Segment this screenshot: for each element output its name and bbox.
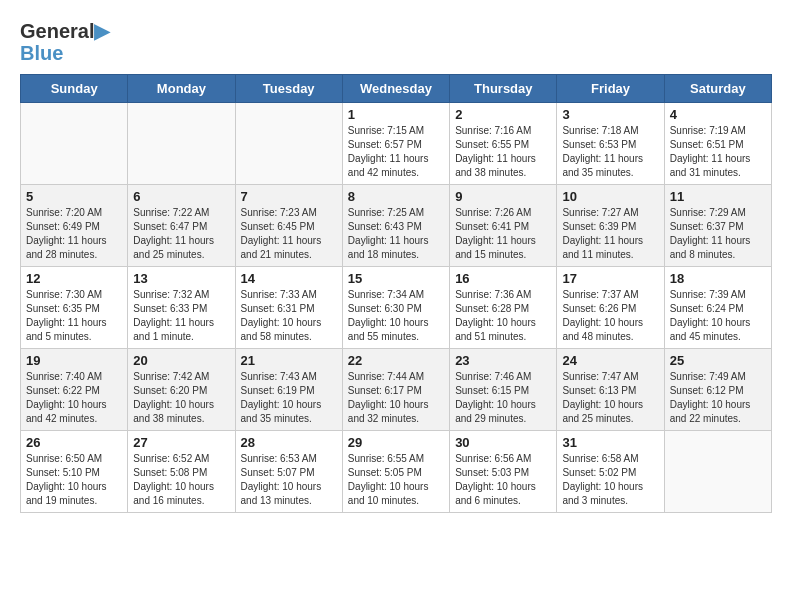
- day-number: 22: [348, 353, 444, 368]
- calendar-cell: [235, 103, 342, 185]
- day-number: 7: [241, 189, 337, 204]
- calendar-cell: 18Sunrise: 7:39 AM Sunset: 6:24 PM Dayli…: [664, 267, 771, 349]
- day-number: 25: [670, 353, 766, 368]
- calendar-cell: 21Sunrise: 7:43 AM Sunset: 6:19 PM Dayli…: [235, 349, 342, 431]
- day-info: Sunrise: 6:50 AM Sunset: 5:10 PM Dayligh…: [26, 452, 122, 508]
- day-info: Sunrise: 7:18 AM Sunset: 6:53 PM Dayligh…: [562, 124, 658, 180]
- calendar-cell: 25Sunrise: 7:49 AM Sunset: 6:12 PM Dayli…: [664, 349, 771, 431]
- day-info: Sunrise: 7:30 AM Sunset: 6:35 PM Dayligh…: [26, 288, 122, 344]
- calendar-week-row: 12Sunrise: 7:30 AM Sunset: 6:35 PM Dayli…: [21, 267, 772, 349]
- day-number: 3: [562, 107, 658, 122]
- day-number: 29: [348, 435, 444, 450]
- day-info: Sunrise: 7:43 AM Sunset: 6:19 PM Dayligh…: [241, 370, 337, 426]
- day-info: Sunrise: 7:16 AM Sunset: 6:55 PM Dayligh…: [455, 124, 551, 180]
- calendar-cell: 19Sunrise: 7:40 AM Sunset: 6:22 PM Dayli…: [21, 349, 128, 431]
- day-number: 20: [133, 353, 229, 368]
- logo-general-text: General▶: [20, 20, 109, 42]
- calendar-cell: 11Sunrise: 7:29 AM Sunset: 6:37 PM Dayli…: [664, 185, 771, 267]
- day-info: Sunrise: 7:20 AM Sunset: 6:49 PM Dayligh…: [26, 206, 122, 262]
- day-info: Sunrise: 7:40 AM Sunset: 6:22 PM Dayligh…: [26, 370, 122, 426]
- calendar-cell: 6Sunrise: 7:22 AM Sunset: 6:47 PM Daylig…: [128, 185, 235, 267]
- day-info: Sunrise: 7:26 AM Sunset: 6:41 PM Dayligh…: [455, 206, 551, 262]
- day-info: Sunrise: 7:46 AM Sunset: 6:15 PM Dayligh…: [455, 370, 551, 426]
- calendar-cell: 7Sunrise: 7:23 AM Sunset: 6:45 PM Daylig…: [235, 185, 342, 267]
- day-number: 9: [455, 189, 551, 204]
- day-info: Sunrise: 7:15 AM Sunset: 6:57 PM Dayligh…: [348, 124, 444, 180]
- calendar-cell: 3Sunrise: 7:18 AM Sunset: 6:53 PM Daylig…: [557, 103, 664, 185]
- calendar-cell: [21, 103, 128, 185]
- calendar-cell: 20Sunrise: 7:42 AM Sunset: 6:20 PM Dayli…: [128, 349, 235, 431]
- day-info: Sunrise: 7:36 AM Sunset: 6:28 PM Dayligh…: [455, 288, 551, 344]
- col-header-thursday: Thursday: [450, 75, 557, 103]
- day-info: Sunrise: 7:44 AM Sunset: 6:17 PM Dayligh…: [348, 370, 444, 426]
- calendar-cell: 10Sunrise: 7:27 AM Sunset: 6:39 PM Dayli…: [557, 185, 664, 267]
- calendar-cell: 14Sunrise: 7:33 AM Sunset: 6:31 PM Dayli…: [235, 267, 342, 349]
- col-header-sunday: Sunday: [21, 75, 128, 103]
- day-number: 6: [133, 189, 229, 204]
- calendar-header-row: SundayMondayTuesdayWednesdayThursdayFrid…: [21, 75, 772, 103]
- col-header-friday: Friday: [557, 75, 664, 103]
- day-info: Sunrise: 7:23 AM Sunset: 6:45 PM Dayligh…: [241, 206, 337, 262]
- logo-blue-text: Blue: [20, 42, 109, 64]
- day-number: 21: [241, 353, 337, 368]
- day-info: Sunrise: 6:52 AM Sunset: 5:08 PM Dayligh…: [133, 452, 229, 508]
- day-number: 13: [133, 271, 229, 286]
- day-info: Sunrise: 7:19 AM Sunset: 6:51 PM Dayligh…: [670, 124, 766, 180]
- calendar-cell: 1Sunrise: 7:15 AM Sunset: 6:57 PM Daylig…: [342, 103, 449, 185]
- col-header-wednesday: Wednesday: [342, 75, 449, 103]
- day-info: Sunrise: 7:33 AM Sunset: 6:31 PM Dayligh…: [241, 288, 337, 344]
- day-info: Sunrise: 7:34 AM Sunset: 6:30 PM Dayligh…: [348, 288, 444, 344]
- day-number: 11: [670, 189, 766, 204]
- day-number: 16: [455, 271, 551, 286]
- day-number: 4: [670, 107, 766, 122]
- calendar-table: SundayMondayTuesdayWednesdayThursdayFrid…: [20, 74, 772, 513]
- day-info: Sunrise: 7:37 AM Sunset: 6:26 PM Dayligh…: [562, 288, 658, 344]
- day-number: 5: [26, 189, 122, 204]
- calendar-cell: 29Sunrise: 6:55 AM Sunset: 5:05 PM Dayli…: [342, 431, 449, 513]
- calendar-cell: 9Sunrise: 7:26 AM Sunset: 6:41 PM Daylig…: [450, 185, 557, 267]
- calendar-cell: 4Sunrise: 7:19 AM Sunset: 6:51 PM Daylig…: [664, 103, 771, 185]
- day-number: 2: [455, 107, 551, 122]
- calendar-week-row: 19Sunrise: 7:40 AM Sunset: 6:22 PM Dayli…: [21, 349, 772, 431]
- calendar-cell: 13Sunrise: 7:32 AM Sunset: 6:33 PM Dayli…: [128, 267, 235, 349]
- day-info: Sunrise: 7:42 AM Sunset: 6:20 PM Dayligh…: [133, 370, 229, 426]
- day-info: Sunrise: 7:39 AM Sunset: 6:24 PM Dayligh…: [670, 288, 766, 344]
- day-number: 1: [348, 107, 444, 122]
- day-info: Sunrise: 7:49 AM Sunset: 6:12 PM Dayligh…: [670, 370, 766, 426]
- day-number: 26: [26, 435, 122, 450]
- calendar-cell: [664, 431, 771, 513]
- day-number: 8: [348, 189, 444, 204]
- calendar-cell: 31Sunrise: 6:58 AM Sunset: 5:02 PM Dayli…: [557, 431, 664, 513]
- calendar-week-row: 26Sunrise: 6:50 AM Sunset: 5:10 PM Dayli…: [21, 431, 772, 513]
- calendar-cell: 8Sunrise: 7:25 AM Sunset: 6:43 PM Daylig…: [342, 185, 449, 267]
- day-info: Sunrise: 7:29 AM Sunset: 6:37 PM Dayligh…: [670, 206, 766, 262]
- day-number: 23: [455, 353, 551, 368]
- day-number: 28: [241, 435, 337, 450]
- page-header: General▶ Blue: [20, 20, 772, 64]
- calendar-cell: [128, 103, 235, 185]
- calendar-cell: 26Sunrise: 6:50 AM Sunset: 5:10 PM Dayli…: [21, 431, 128, 513]
- day-info: Sunrise: 7:27 AM Sunset: 6:39 PM Dayligh…: [562, 206, 658, 262]
- logo: General▶ Blue: [20, 20, 109, 64]
- day-info: Sunrise: 6:58 AM Sunset: 5:02 PM Dayligh…: [562, 452, 658, 508]
- day-info: Sunrise: 7:25 AM Sunset: 6:43 PM Dayligh…: [348, 206, 444, 262]
- day-number: 18: [670, 271, 766, 286]
- day-number: 19: [26, 353, 122, 368]
- day-info: Sunrise: 6:55 AM Sunset: 5:05 PM Dayligh…: [348, 452, 444, 508]
- day-number: 30: [455, 435, 551, 450]
- calendar-cell: 17Sunrise: 7:37 AM Sunset: 6:26 PM Dayli…: [557, 267, 664, 349]
- calendar-cell: 30Sunrise: 6:56 AM Sunset: 5:03 PM Dayli…: [450, 431, 557, 513]
- day-number: 31: [562, 435, 658, 450]
- calendar-cell: 24Sunrise: 7:47 AM Sunset: 6:13 PM Dayli…: [557, 349, 664, 431]
- calendar-week-row: 5Sunrise: 7:20 AM Sunset: 6:49 PM Daylig…: [21, 185, 772, 267]
- col-header-monday: Monday: [128, 75, 235, 103]
- day-number: 15: [348, 271, 444, 286]
- calendar-cell: 22Sunrise: 7:44 AM Sunset: 6:17 PM Dayli…: [342, 349, 449, 431]
- calendar-cell: 5Sunrise: 7:20 AM Sunset: 6:49 PM Daylig…: [21, 185, 128, 267]
- col-header-tuesday: Tuesday: [235, 75, 342, 103]
- day-number: 14: [241, 271, 337, 286]
- day-number: 24: [562, 353, 658, 368]
- day-info: Sunrise: 7:32 AM Sunset: 6:33 PM Dayligh…: [133, 288, 229, 344]
- col-header-saturday: Saturday: [664, 75, 771, 103]
- day-number: 12: [26, 271, 122, 286]
